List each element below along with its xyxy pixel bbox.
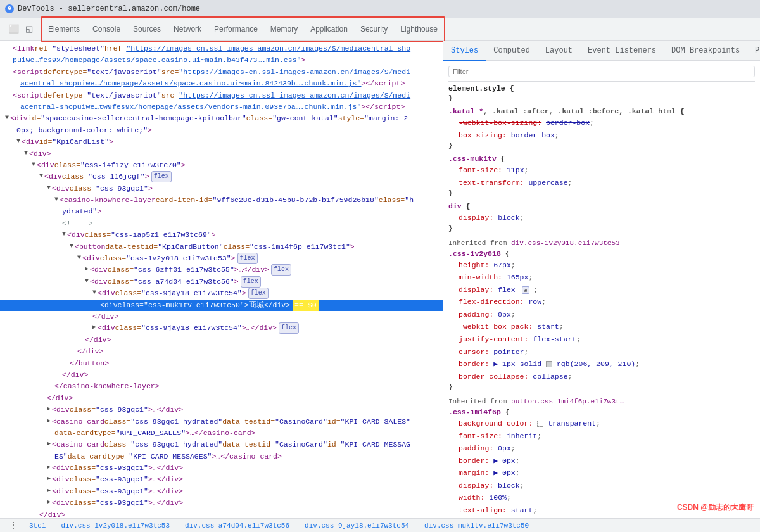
- html-line-selected: <div class="css-muk1tv e1i7w3tc50"> 商城</…: [0, 300, 443, 311]
- three-dot-menu[interactable]: ⋮: [5, 520, 22, 531]
- devtools-tabs-outline: Elements Console Sources Network Perform…: [41, 16, 445, 42]
- filter-input[interactable]: [448, 66, 755, 77]
- css-selector: .css-muk1tv {: [448, 155, 755, 163]
- html-line: </div>: [0, 346, 443, 357]
- html-line: <link rel="stylesheet" href="https://ima…: [0, 43, 443, 54]
- breadcrumb-9jay18[interactable]: div.css-9jay18.e1i7w3tc54: [305, 522, 409, 529]
- tab-properties[interactable]: Properties: [747, 41, 760, 61]
- elements-content[interactable]: <link rel="stylesheet" href="https://ima…: [0, 41, 443, 518]
- css-prop: -webkit-box-sizing: border-box;: [448, 117, 755, 129]
- css-prop: height: 67px;: [448, 259, 755, 272]
- html-line: ▼ <div id="spacecasino-sellercentral-hom…: [0, 113, 443, 124]
- css-closing: }: [448, 517, 755, 518]
- html-line: ▶ <casino-card class="css-93gqc1 hydrate…: [0, 439, 443, 450]
- html-line: </div>: [0, 311, 443, 322]
- tab-console[interactable]: Console: [86, 18, 127, 41]
- css-selector: div {: [448, 202, 755, 210]
- css-closing: }: [448, 189, 755, 197]
- tab-dom-breakpoints[interactable]: DOM Breakpoints: [664, 41, 747, 61]
- css-rule-1mi4f6p: .css-1mi4f6p { background-color: transpa…: [448, 408, 755, 518]
- dock-icon[interactable]: ⬜: [8, 23, 20, 35]
- css-prop: border: ▶ 0px;: [448, 455, 755, 467]
- css-prop: justify-content: flex-start;: [448, 333, 755, 346]
- css-prop: text-transform: uppercase;: [448, 177, 755, 189]
- css-prop: font-size: inherit;: [448, 430, 755, 443]
- css-closing: }: [448, 383, 755, 391]
- html-line: puiwe…fes9x/homepage/assets/space.casino…: [0, 54, 443, 66]
- html-line: ▼ <div class="css-iap5z1 e1i7w3tc69">: [0, 229, 443, 241]
- html-line: ▶ <div class="css-93gqc1">…</div>: [0, 486, 443, 497]
- devtools-body: <link rel="stylesheet" href="https://ima…: [0, 41, 760, 518]
- tab-performance[interactable]: Performance: [208, 18, 264, 41]
- tab-application[interactable]: Application: [304, 18, 354, 41]
- html-line: acentral-shopuiwe…/homepage/assets/space…: [0, 78, 443, 89]
- css-prop: margin: ▶ 0px;: [448, 467, 755, 479]
- tab-layout[interactable]: Layout: [538, 41, 580, 61]
- css-rule-muk1tv: .css-muk1tv { font-size: 11px; text-tran…: [448, 155, 755, 197]
- html-line: </div>: [0, 369, 443, 381]
- tab-lighthouse[interactable]: Lighthouse: [394, 18, 444, 41]
- html-line: </div>: [0, 334, 443, 346]
- tab-memory[interactable]: Memory: [264, 18, 304, 41]
- css-rule-div: div { display: block; }: [448, 202, 755, 232]
- css-prop: border-collapse: collapse;: [448, 370, 755, 383]
- html-line: ▶ <div class="css-6zff01 e1i7w3tc55">…</…: [0, 264, 443, 276]
- css-prop: box-sizing: border-box;: [448, 129, 755, 142]
- css-rule-katal: .katal *, .katal :after, .katal :before,…: [448, 107, 755, 149]
- html-line: </casino-knowhere-layer>: [0, 381, 443, 392]
- css-prop: border: ▶ 1px solid rgb(206, 209, 210);: [448, 358, 755, 370]
- tab-elements[interactable]: Elements: [42, 18, 86, 41]
- html-line: ▶ <div class="css-93gqc1">…</div>: [0, 404, 443, 415]
- css-prop: background-color: transparent;: [448, 417, 755, 430]
- tab-event-listeners[interactable]: Event Listeners: [580, 41, 664, 61]
- html-line: ▼ <div class="css-9jay18 e1i7w3tc54"> fl…: [0, 288, 443, 299]
- tab-sources[interactable]: Sources: [127, 18, 167, 41]
- breadcrumb-1v2y018[interactable]: div.css-1v2y018.e1i7w3tc53: [61, 522, 170, 529]
- html-line: </div>: [0, 393, 443, 404]
- html-line: ▼ <div class="css-93gqc1">: [0, 183, 443, 194]
- css-closing: }: [448, 224, 755, 232]
- html-line: </div>: [0, 509, 443, 518]
- css-prop: display: block;: [448, 212, 755, 224]
- breadcrumb-3tc1[interactable]: 3tc1: [29, 522, 46, 529]
- tab-computed[interactable]: Computed: [486, 41, 538, 61]
- css-prop: flex-direction: row;: [448, 296, 755, 308]
- html-line: ▶ <div class="css-9jay18 e1i7w3tc54">…</…: [0, 322, 443, 334]
- html-line: ▼ <div class="css-116jcgf"> flex: [0, 171, 443, 182]
- css-prop: display: block;: [448, 479, 755, 492]
- html-line: ▼ <div class="css-a74d04 e1i7w3tc56"> fl…: [0, 276, 443, 288]
- undock-icon[interactable]: ◱: [23, 23, 35, 35]
- html-line: <!---->: [0, 218, 443, 229]
- breadcrumb-muk1tv[interactable]: div.css-muk1tv.e1i7w3tc50: [424, 522, 529, 529]
- html-line: ▶ <div class="css-93gqc1">…</div>: [0, 497, 443, 509]
- css-prop: padding: 0px;: [448, 308, 755, 321]
- css-prop: font-size: 11px;: [448, 164, 755, 177]
- css-prop: -webkit-box-pack: start;: [448, 320, 755, 333]
- tab-styles[interactable]: Styles: [443, 41, 486, 61]
- inherited-from-1mi4f6p: Inherited from button.css-1mi4f6p.e1i7w3…: [448, 396, 755, 407]
- html-line: data-cardtype="KPI_CARD_SALES">…</casino…: [0, 428, 443, 439]
- html-line: ▼ <div class="css-i4f1zy e1i7w3tc70">: [0, 160, 443, 171]
- breadcrumb-a74d04[interactable]: div.css-a74d04.e1i7w3tc56: [185, 522, 289, 529]
- css-prop: min-width: 165px;: [448, 271, 755, 284]
- css-prop: padding: 0px;: [448, 442, 755, 455]
- styles-panel: Styles Computed Layout Event Listeners D…: [443, 41, 760, 518]
- elements-panel: <link rel="stylesheet" href="https://ima…: [0, 41, 443, 518]
- css-selector: element.style {: [448, 84, 755, 92]
- tab-security[interactable]: Security: [354, 18, 394, 41]
- html-line: <script defer type="text/javascript" src…: [0, 66, 443, 78]
- html-line: ▶ <div class="css-93gqc1">…</div>: [0, 462, 443, 474]
- page-title: DevTools - sellercentral.amazon.com/home: [18, 4, 200, 13]
- css-prop: display: flex ⊞ ;: [448, 284, 755, 296]
- css-prop: cursor: pointer;: [448, 346, 755, 358]
- css-closing: }: [448, 141, 755, 149]
- html-line: ▼ <casino-knowhere-layer card-item-id="9…: [0, 194, 443, 206]
- html-line: ▶ <div class="css-93gqc1">…</div>: [0, 474, 443, 485]
- css-selector: .css-1v2y018 {: [448, 250, 755, 258]
- html-line: </button>: [0, 358, 443, 369]
- css-rule-element-style: element.style { }: [448, 84, 755, 102]
- inherited-from-1v2y018: Inherited from div.css-1v2y018.e1i7w3tc5…: [448, 238, 755, 248]
- chrome-favicon: G: [5, 4, 14, 13]
- tab-network[interactable]: Network: [167, 18, 208, 41]
- styles-tabs: Styles Computed Layout Event Listeners D…: [443, 41, 760, 61]
